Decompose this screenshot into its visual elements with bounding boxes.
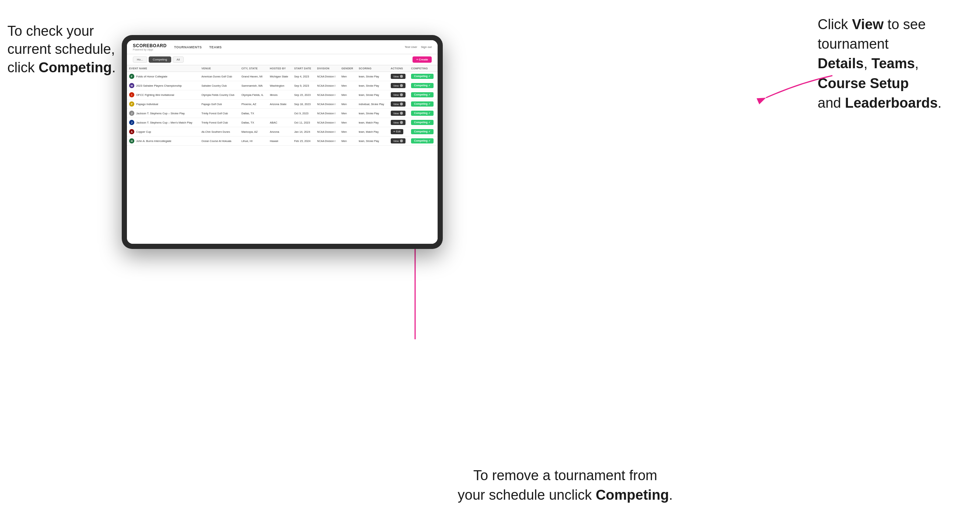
view-button[interactable]: View i [391,83,406,88]
competing-button[interactable]: Competing ✓ [411,138,434,143]
col-hosted: HOSTED BY [267,65,292,72]
division-cell: NCAA Division I [315,109,339,118]
event-name-cell: A Copper Cup [127,127,199,137]
start-date-cell: Oct 11, 2023 [292,118,315,127]
table-row: J Jackson T. Stephens Cup – Stroke Play … [127,109,438,118]
city-cell: Dallas, TX [239,109,267,118]
venue-cell: Trinity Forest Golf Club [199,109,239,118]
division-cell: NCAA Division I [315,100,339,109]
competing-cell[interactable]: Competing ✓ [409,100,438,109]
actions-cell[interactable]: View i [388,118,409,127]
filter-tabs: Ho... Competing All [133,56,184,63]
nav-teams[interactable]: TEAMS [209,45,222,49]
info-icon: i [400,75,403,78]
city-cell: Olympia Fields, IL [239,90,267,100]
tab-all[interactable]: All [173,56,184,63]
venue-cell: American Dunes Golf Club [199,72,239,81]
hosted-cell: Arizona [267,127,292,137]
venue-cell: Papago Golf Club [199,100,239,109]
view-button[interactable]: View i [391,111,406,116]
hosted-cell [267,109,292,118]
actions-cell[interactable]: View i [388,100,409,109]
actions-cell[interactable]: View i [388,90,409,100]
competing-button[interactable]: Competing ✓ [411,111,434,116]
start-date-cell: Sep 18, 2023 [292,100,315,109]
signout-link[interactable]: Sign out [421,45,432,49]
event-name: 2023 Sahalee Players Championship [136,84,181,87]
team-logo: J [129,120,134,125]
view-button[interactable]: View i [391,74,406,79]
actions-cell[interactable]: View i [388,137,409,146]
venue-cell: Olympia Fields Country Club [199,90,239,100]
competing-cell[interactable]: Competing ✓ [409,118,438,127]
city-cell: Phoenix, AZ [239,100,267,109]
view-button[interactable]: View i [391,138,406,143]
table-row: F Folds of Honor Collegiate American Dun… [127,72,438,81]
annotation-top-right: Click View to see tournament Details, Te… [818,15,973,113]
nav-tournaments[interactable]: TOURNAMENTS [174,45,202,49]
start-date-cell: Sep 9, 2023 [292,81,315,90]
division-cell: NCAA Division I [315,127,339,137]
competing-cell[interactable]: Competing ✓ [409,81,438,90]
col-venue: VENUE [199,65,239,72]
actions-cell[interactable]: View i [388,109,409,118]
col-start: START DATE [292,65,315,72]
header-right: Test User Sign out [405,45,432,49]
competing-button[interactable]: Competing ✓ [411,83,434,88]
competing-cell[interactable]: Competing ✓ [409,90,438,100]
view-button[interactable]: View i [391,92,406,97]
event-name-cell: J Jackson T. Stephens Cup – Men's Match … [127,118,199,127]
logo-subtitle: Powered by clippi [133,48,167,51]
scoring-cell: team, Stroke Play [356,72,388,81]
competing-button[interactable]: Competing ✓ [411,129,434,134]
scoring-cell: individual, Stroke Play [356,100,388,109]
division-cell: NCAA Division I [315,118,339,127]
annotation-bottom: To remove a tournament from your schedul… [440,466,691,505]
event-name-cell: H John A. Burns Intercollegiate [127,137,199,146]
actions-cell[interactable]: ✏ Edit [388,127,409,137]
nav-links: TOURNAMENTS TEAMS [174,45,405,49]
competing-button[interactable]: Competing ✓ [411,120,434,125]
division-cell: NCAA Division I [315,90,339,100]
team-logo: F [129,74,134,79]
actions-cell[interactable]: View i [388,72,409,81]
competing-cell[interactable]: Competing ✓ [409,127,438,137]
team-logo: W [129,83,134,88]
scoring-cell: team, Stroke Play [356,81,388,90]
competing-button[interactable]: Competing ✓ [411,102,434,106]
table-row: H John A. Burns Intercollegiate Ocean Co… [127,137,438,146]
team-logo: J [129,111,134,116]
division-cell: NCAA Division I [315,81,339,90]
competing-cell[interactable]: Competing ✓ [409,72,438,81]
create-button[interactable]: + Create [412,56,432,63]
event-name: Jackson T. Stephens Cup – Stroke Play [136,112,185,115]
tablet-device: SCOREBOARD Powered by clippi TOURNAMENTS… [122,35,443,249]
info-icon: i [400,93,403,96]
start-date-cell: Feb 15, 2024 [292,137,315,146]
venue-cell: Trinity Forest Golf Club [199,118,239,127]
tab-home[interactable]: Ho... [133,56,147,63]
gender-cell: Men [339,100,356,109]
tablet-screen: SCOREBOARD Powered by clippi TOURNAMENTS… [127,40,438,244]
tournaments-table-container: EVENT NAME VENUE CITY, STATE HOSTED BY S… [127,65,438,244]
competing-button[interactable]: Competing ✓ [411,74,434,79]
tab-competing[interactable]: Competing [149,56,171,63]
event-name-cell: P Papago Individual [127,100,199,109]
view-button[interactable]: View i [391,120,406,125]
edit-button[interactable]: ✏ Edit [391,129,403,134]
view-button[interactable]: View i [391,102,406,106]
scoring-cell: team, Stroke Play [356,109,388,118]
competing-cell[interactable]: Competing ✓ [409,137,438,146]
logo-title: SCOREBOARD [133,43,167,48]
gender-cell: Men [339,72,356,81]
gender-cell: Men [339,81,356,90]
gender-cell: Men [339,137,356,146]
competing-button[interactable]: Competing ✓ [411,92,434,97]
hosted-cell: Michigan State [267,72,292,81]
col-actions: ACTIONS [388,65,409,72]
actions-cell[interactable]: View i [388,81,409,90]
event-name-cell: I OFCC Fighting Illini Invitational [127,90,199,100]
competing-cell[interactable]: Competing ✓ [409,109,438,118]
scoring-cell: team, Match Play [356,118,388,127]
event-name-cell: F Folds of Honor Collegiate [127,72,199,81]
